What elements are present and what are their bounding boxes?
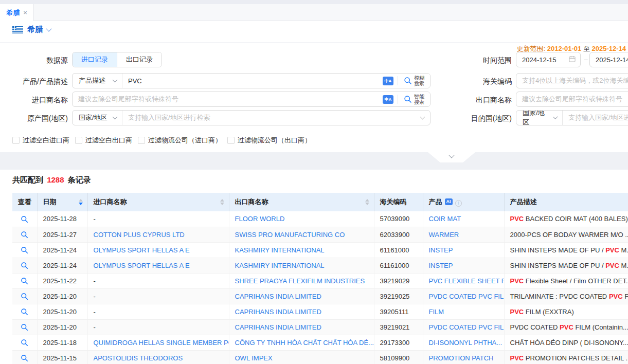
importer-link[interactable]: APOSTOLIDIS THEODOROS (94, 354, 183, 362)
column-header-importer[interactable]: 进口商名称 (87, 193, 229, 211)
exporter-cell[interactable]: KASHMIRY INTERNATIONAL (229, 258, 374, 273)
exporter-link[interactable]: FLOOR WORLD (235, 215, 285, 223)
checkbox-box[interactable] (227, 137, 235, 144)
chevron-down-icon[interactable] (46, 26, 51, 31)
checkbox-box[interactable] (75, 137, 82, 144)
origin-country-select[interactable]: 国家/地区 (73, 111, 122, 125)
exporter-input[interactable]: 建议去除公司尾部字符或特殊符号 (516, 92, 628, 107)
checkbox-box[interactable] (138, 137, 145, 144)
filter-checkbox[interactable]: 过滤空白出口商 (75, 136, 132, 145)
search-icon[interactable] (21, 231, 28, 239)
importer-link[interactable]: OLYMPUS SPORT HELLAS A E (94, 246, 190, 254)
product-link[interactable]: INSTEP (429, 262, 453, 269)
sort-control[interactable] (220, 199, 224, 205)
product-cell[interactable]: INSTEP (423, 258, 504, 273)
exporter-cell[interactable]: SWISS PRO MANUFACTURING CO (229, 227, 374, 242)
product-link[interactable]: COIR MAT (429, 215, 461, 223)
column-header-date[interactable]: 日期 (37, 193, 87, 211)
exporter-cell[interactable]: OWL IMPEX (229, 350, 374, 364)
product-link[interactable]: INSTEP (429, 246, 453, 254)
filter-checkbox[interactable]: 过滤物流公司（出口商） (227, 136, 311, 145)
translate-icon[interactable]: 中A (383, 95, 393, 104)
product-cell[interactable]: WARMER (423, 227, 504, 242)
search-icon[interactable] (21, 354, 28, 362)
exporter-cell[interactable]: FLOOR WORLD (229, 211, 374, 227)
exporter-link[interactable]: CAPRIHANS INDIA LIMITED (235, 293, 321, 300)
exporter-link[interactable]: SHREE PRAGYA FLEXIFILM INDUSTRIES (235, 277, 365, 285)
product-link[interactable]: PVDC COATED PVC FIL... (429, 323, 505, 331)
exporter-cell[interactable]: CAPRIHANS INDIA LIMITED (229, 319, 374, 335)
exporter-cell[interactable]: KASHMIRY INTERNATIONAL (229, 242, 374, 258)
importer-link[interactable]: COTTON PLUS CYPRUS LTD (94, 231, 185, 239)
search-icon[interactable] (21, 215, 28, 223)
fuzzy-search-button[interactable]: 模糊 搜索 (398, 74, 430, 88)
checkbox-box[interactable] (12, 137, 20, 144)
product-link[interactable]: WARMER (429, 231, 459, 239)
search-icon[interactable] (21, 308, 28, 316)
product-cell[interactable]: PVDC COATED PVC FIL... (423, 288, 504, 304)
exporter-link[interactable]: SWISS PRO MANUFACTURING CO (235, 231, 345, 239)
view-record-button[interactable] (12, 288, 37, 304)
importer-cell[interactable]: QUIMIDROGA HELLAS SINGLE MEMBER PC (87, 335, 229, 350)
view-record-button[interactable] (12, 273, 37, 288)
destination-country-select[interactable]: 国家/地区 (516, 111, 563, 125)
product-cell[interactable]: INSTEP (423, 242, 504, 258)
search-icon[interactable] (21, 339, 28, 347)
hs-code-input[interactable]: 支持4位以上海关编码，或2位海关编码加 (516, 73, 628, 88)
view-record-button[interactable] (12, 350, 37, 364)
exporter-link[interactable]: CÔNG TY TNHH HÓA CHẤT CHẤT HÓA DẺ... (235, 339, 374, 347)
search-icon[interactable] (21, 323, 28, 331)
product-link[interactable]: FILM (429, 308, 444, 316)
origin-country-input[interactable]: 支持输入国家/地区进行检索 (122, 113, 421, 122)
importer-cell[interactable]: OLYMPUS SPORT HELLAS A E (87, 242, 229, 258)
product-cell[interactable]: PVDC COATED PVC FIL... (423, 319, 504, 335)
sort-control[interactable] (79, 199, 83, 205)
destination-country-input[interactable]: 支持输入国家/地区进行检索 (563, 113, 628, 122)
date-end-input[interactable]: 2025-12-14 (589, 52, 628, 67)
exporter-link[interactable]: OWL IMPEX (235, 354, 273, 362)
importer-link[interactable]: OLYMPUS SPORT HELLAS A E (94, 262, 190, 269)
filter-checkbox[interactable]: 过滤空白进口商 (12, 136, 69, 145)
product-cell[interactable]: COIR MAT (423, 211, 504, 227)
view-record-button[interactable] (12, 227, 37, 242)
view-record-button[interactable] (12, 242, 37, 258)
product-link[interactable]: PVDC COATED PVC FIL... (429, 293, 505, 300)
info-icon[interactable]: i (455, 200, 462, 207)
exporter-link[interactable]: KASHMIRY INTERNATIONAL (235, 246, 325, 254)
view-record-button[interactable] (12, 335, 37, 350)
translate-icon[interactable]: 中A (383, 77, 393, 85)
collapse-panel-handle[interactable] (428, 152, 475, 162)
close-icon[interactable]: × (23, 9, 27, 16)
data-source-option[interactable]: 出口记录 (117, 52, 162, 67)
search-icon[interactable] (21, 246, 28, 254)
product-cell[interactable]: DI-ISONONYL PHTHA... (423, 335, 504, 350)
product-link[interactable]: PVC FLEXIBLE SHEET F... (429, 277, 505, 285)
column-header-exporter[interactable]: 出口商名称 (229, 193, 374, 211)
importer-input[interactable]: 建议去除公司尾部字符或特殊符号 (73, 95, 383, 104)
filter-checkbox[interactable]: 过滤物流公司（进口商） (138, 136, 222, 145)
view-record-button[interactable] (12, 258, 37, 273)
product-link[interactable]: DI-ISONONYL PHTHA... (429, 339, 503, 347)
smart-search-button[interactable]: 智能 搜索 (398, 92, 430, 106)
product-search-input[interactable]: PVC (122, 77, 383, 85)
tab-greece[interactable]: 希腊 × (0, 4, 34, 21)
search-icon[interactable] (21, 293, 28, 300)
exporter-link[interactable]: CAPRIHANS INDIA LIMITED (235, 308, 321, 316)
date-start-input[interactable]: 2024-12-15 (516, 52, 581, 67)
exporter-link[interactable]: CAPRIHANS INDIA LIMITED (235, 323, 321, 331)
importer-cell[interactable]: OLYMPUS SPORT HELLAS A E (87, 258, 229, 273)
product-link[interactable]: PROMOTION PATCH (429, 354, 494, 362)
search-icon[interactable] (21, 262, 28, 269)
exporter-link[interactable]: KASHMIRY INTERNATIONAL (235, 262, 325, 269)
view-record-button[interactable] (12, 211, 37, 227)
exporter-cell[interactable]: CAPRIHANS INDIA LIMITED (229, 288, 374, 304)
data-source-option[interactable]: 进口记录 (73, 52, 117, 67)
view-record-button[interactable] (12, 304, 37, 319)
importer-cell[interactable]: COTTON PLUS CYPRUS LTD (87, 227, 229, 242)
view-record-button[interactable] (12, 319, 37, 335)
importer-cell[interactable]: APOSTOLIDIS THEODOROS (87, 350, 229, 364)
sort-control[interactable] (365, 199, 369, 205)
exporter-cell[interactable]: CÔNG TY TNHH HÓA CHẤT CHẤT HÓA DẺ... (229, 335, 374, 350)
product-cell[interactable]: PVC FLEXIBLE SHEET F... (423, 273, 504, 288)
importer-link[interactable]: QUIMIDROGA HELLAS SINGLE MEMBER PC (94, 339, 229, 347)
